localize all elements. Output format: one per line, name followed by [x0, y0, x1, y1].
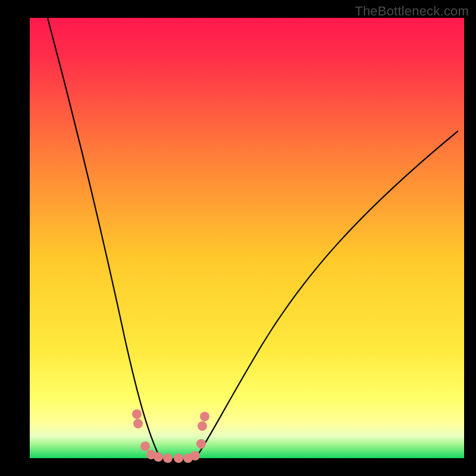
- trough-dot: [198, 421, 207, 431]
- trough-dot: [190, 451, 200, 461]
- trough-dot: [196, 439, 206, 449]
- watermark-text: TheBottleneck.com: [355, 4, 469, 19]
- trough-dot: [154, 452, 163, 462]
- trough-dot: [174, 453, 183, 463]
- chart-container: TheBottleneck.com: [0, 0, 476, 476]
- bottleneck-chart: [0, 0, 476, 476]
- plot-background: [30, 18, 464, 458]
- trough-dot: [140, 441, 150, 451]
- trough-dot: [133, 419, 143, 428]
- trough-dot: [132, 409, 142, 419]
- trough-dot: [163, 453, 173, 463]
- trough-dot: [200, 412, 209, 421]
